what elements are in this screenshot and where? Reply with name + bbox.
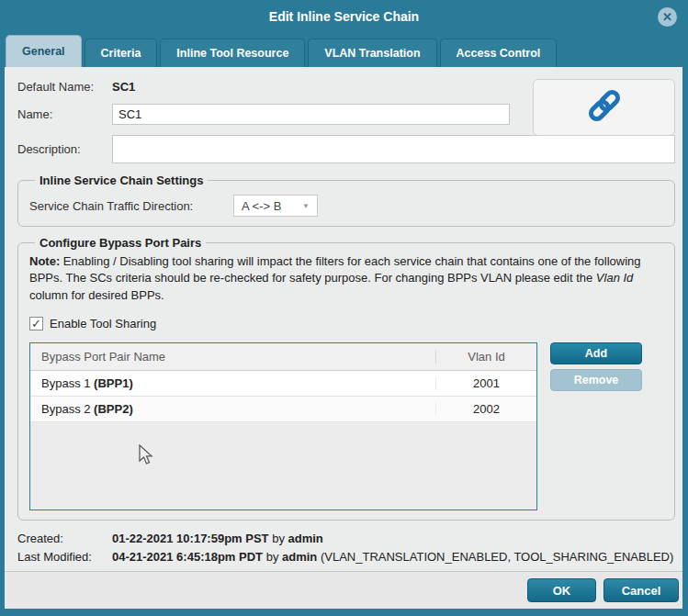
bypass-port-pair-table: Bypass Port Pair Name Vlan Id Bypass 1 (… <box>29 342 537 510</box>
last-modified-label: Last Modified: <box>17 548 112 566</box>
remove-button[interactable]: Remove <box>550 369 642 391</box>
last-modified-value: 04-21-2021 6:45:18pm PDT by admin (VLAN_… <box>112 548 673 566</box>
vlan-id-cell[interactable]: 2001 <box>435 376 536 390</box>
created-value: 01-22-2021 10:17:59pm PST by admin <box>112 530 323 548</box>
bpp-name-cell: Bypass 2 (BPP2) <box>30 402 435 416</box>
dialog-footer: OK Cancel <box>5 571 682 609</box>
tab-general[interactable]: General <box>6 35 82 67</box>
table-header-row: Bypass Port Pair Name Vlan Id <box>30 343 536 371</box>
dialog-titlebar: Edit Inline Service Chain ✕ <box>0 0 688 33</box>
dialog-title: Edit Inline Service Chain <box>269 9 419 24</box>
configure-bypass-port-pairs-section: Configure Bypass Port Pairs Note: Enabli… <box>17 236 675 521</box>
created-row: Created: 01-22-2021 10:17:59pm PST by ad… <box>17 530 675 548</box>
bpp-name-cell: Bypass 1 (BPP1) <box>30 376 435 390</box>
description-input[interactable] <box>112 135 675 163</box>
tab-criteria[interactable]: Criteria <box>85 39 158 67</box>
edit-inline-service-chain-dialog: Edit Inline Service Chain ✕ General Crit… <box>0 0 688 616</box>
enable-tool-sharing-checkbox[interactable]: ✓ <box>29 317 43 330</box>
column-header-vlan-id: Vlan Id <box>435 350 536 364</box>
note-bold-prefix: Note: <box>29 254 60 268</box>
add-button[interactable]: Add <box>550 342 642 364</box>
table-row[interactable]: Bypass 2 (BPP2) 2002 <box>30 397 536 422</box>
chain-link-icon <box>583 84 626 130</box>
close-icon[interactable]: ✕ <box>658 7 677 27</box>
chevron-down-icon: ▼ <box>302 202 310 210</box>
default-name-value: SC1 <box>112 80 135 94</box>
bypass-legend: Configure Bypass Port Pairs <box>35 236 206 250</box>
tab-bar: General Criteria Inline Tool Resource VL… <box>0 33 688 67</box>
note-text-1: Enabling / Disabling tool sharing will i… <box>29 254 641 285</box>
table-row[interactable]: Bypass 1 (BPP1) 2001 <box>30 371 536 397</box>
inline-service-chain-settings-section: Inline Service Chain Settings Service Ch… <box>17 174 675 227</box>
traffic-direction-row: Service Chain Traffic Direction: A <-> B… <box>29 195 663 217</box>
bypass-table-zone: Bypass Port Pair Name Vlan Id Bypass 1 (… <box>29 342 663 510</box>
table-buttons-column: Add Remove <box>550 342 642 510</box>
tab-vlan-translation[interactable]: VLAN Translation <box>308 39 436 67</box>
link-card-button[interactable] <box>533 79 675 136</box>
name-label: Name: <box>17 107 112 121</box>
last-modified-row: Last Modified: 04-21-2021 6:45:18pm PDT … <box>17 548 675 566</box>
enable-tool-sharing-label: Enable Tool Sharing <box>50 317 156 330</box>
settings-legend: Inline Service Chain Settings <box>35 174 208 187</box>
description-row: Description: <box>17 135 675 163</box>
traffic-direction-value: A <-> B <box>242 199 281 213</box>
created-label: Created: <box>17 530 112 548</box>
default-name-label: Default Name: <box>17 80 112 94</box>
bypass-note: Note: Enabling / Disabling tool sharing … <box>29 253 663 304</box>
column-header-bpp-name: Bypass Port Pair Name <box>30 350 435 364</box>
note-text-2: column for desired BPPs. <box>29 288 164 302</box>
tab-inline-tool-resource[interactable]: Inline Tool Resource <box>160 39 305 67</box>
cancel-button[interactable]: Cancel <box>603 578 679 602</box>
enable-tool-sharing-control[interactable]: ✓ Enable Tool Sharing <box>29 317 663 330</box>
general-tab-panel: Default Name: SC1 Name: Description: Inl… <box>5 67 682 571</box>
ok-button[interactable]: OK <box>527 578 596 602</box>
description-label: Description: <box>17 142 112 156</box>
traffic-direction-label: Service Chain Traffic Direction: <box>29 199 233 213</box>
note-italic-vlan-id: Vlan Id <box>596 271 633 285</box>
mouse-cursor-icon <box>139 444 154 470</box>
dialog-body: Default Name: SC1 Name: Description: Inl… <box>0 67 688 616</box>
tab-access-control[interactable]: Access Control <box>440 39 558 67</box>
vlan-id-cell[interactable]: 2002 <box>435 402 536 416</box>
name-input[interactable] <box>112 104 510 125</box>
traffic-direction-select[interactable]: A <-> B ▼ <box>233 195 318 217</box>
